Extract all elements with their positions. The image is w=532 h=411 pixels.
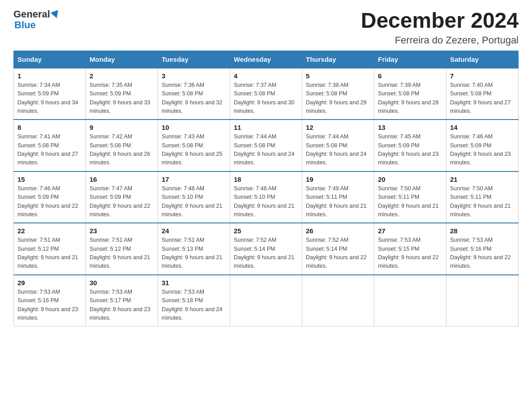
calendar-cell: 19 Sunrise: 7:49 AMSunset: 5:11 PMDaylig… — [302, 171, 374, 223]
day-number: 5 — [306, 72, 370, 80]
day-number: 10 — [162, 124, 226, 131]
day-info: Sunrise: 7:50 AMSunset: 5:11 PMDaylight:… — [450, 185, 511, 218]
col-sunday: Sunday — [14, 51, 86, 68]
day-number: 7 — [450, 72, 515, 80]
calendar-week-row: 15 Sunrise: 7:46 AMSunset: 5:09 PMDaylig… — [14, 171, 519, 223]
day-number: 15 — [17, 176, 82, 183]
calendar-cell: 26 Sunrise: 7:52 AMSunset: 5:14 PMDaylig… — [302, 223, 374, 275]
day-number: 24 — [162, 227, 226, 235]
calendar-header-row: Sunday Monday Tuesday Wednesday Thursday… — [14, 51, 519, 68]
page-header: General Blue December 2024 Ferreira do Z… — [13, 9, 519, 46]
day-info: Sunrise: 7:40 AMSunset: 5:08 PMDaylight:… — [450, 82, 511, 114]
day-info: Sunrise: 7:44 AMSunset: 5:08 PMDaylight:… — [234, 133, 295, 166]
title-block: December 2024 Ferreira do Zezere, Portug… — [361, 9, 519, 46]
day-info: Sunrise: 7:39 AMSunset: 5:08 PMDaylight:… — [378, 82, 439, 114]
calendar-cell — [446, 275, 519, 326]
day-info: Sunrise: 7:46 AMSunset: 5:09 PMDaylight:… — [17, 185, 78, 218]
calendar-cell: 4 Sunrise: 7:37 AMSunset: 5:08 PMDayligh… — [230, 68, 302, 120]
day-number: 20 — [378, 176, 442, 183]
day-info: Sunrise: 7:36 AMSunset: 5:08 PMDaylight:… — [162, 82, 223, 114]
day-number: 11 — [234, 124, 298, 131]
calendar-cell: 15 Sunrise: 7:46 AMSunset: 5:09 PMDaylig… — [14, 171, 86, 223]
day-info: Sunrise: 7:34 AMSunset: 5:09 PMDaylight:… — [17, 82, 78, 114]
day-number: 21 — [450, 176, 515, 183]
calendar-cell — [374, 275, 446, 326]
day-number: 28 — [450, 227, 515, 235]
calendar-cell — [302, 275, 374, 326]
day-info: Sunrise: 7:51 AMSunset: 5:12 PMDaylight:… — [17, 237, 78, 269]
day-number: 26 — [306, 227, 370, 235]
col-tuesday: Tuesday — [158, 51, 230, 68]
day-number: 9 — [90, 124, 154, 131]
day-number: 22 — [17, 227, 82, 235]
day-number: 16 — [90, 176, 154, 183]
day-number: 18 — [234, 176, 298, 183]
calendar-cell: 29 Sunrise: 7:53 AMSunset: 5:16 PMDaylig… — [14, 275, 86, 326]
calendar-cell: 20 Sunrise: 7:50 AMSunset: 5:11 PMDaylig… — [374, 171, 446, 223]
day-info: Sunrise: 7:35 AMSunset: 5:09 PMDaylight:… — [90, 82, 150, 114]
day-info: Sunrise: 7:53 AMSunset: 5:18 PMDaylight:… — [162, 289, 223, 321]
calendar-cell: 10 Sunrise: 7:43 AMSunset: 5:08 PMDaylig… — [158, 120, 230, 171]
calendar-cell: 6 Sunrise: 7:39 AMSunset: 5:08 PMDayligh… — [374, 68, 446, 120]
day-info: Sunrise: 7:50 AMSunset: 5:11 PMDaylight:… — [378, 185, 439, 218]
day-info: Sunrise: 7:53 AMSunset: 5:16 PMDaylight:… — [450, 237, 511, 269]
day-info: Sunrise: 7:43 AMSunset: 5:08 PMDaylight:… — [162, 133, 223, 166]
col-thursday: Thursday — [302, 51, 374, 68]
day-number: 13 — [378, 124, 442, 131]
day-info: Sunrise: 7:49 AMSunset: 5:11 PMDaylight:… — [306, 185, 367, 218]
calendar-cell: 3 Sunrise: 7:36 AMSunset: 5:08 PMDayligh… — [158, 68, 230, 120]
day-number: 25 — [234, 227, 298, 235]
day-info: Sunrise: 7:53 AMSunset: 5:16 PMDaylight:… — [17, 289, 78, 321]
calendar-title: December 2024 — [361, 9, 519, 33]
calendar-cell: 8 Sunrise: 7:41 AMSunset: 5:08 PMDayligh… — [14, 120, 86, 171]
logo: General Blue — [13, 9, 60, 30]
day-info: Sunrise: 7:48 AMSunset: 5:10 PMDaylight:… — [162, 185, 223, 218]
col-friday: Friday — [374, 51, 446, 68]
day-number: 1 — [17, 72, 82, 80]
calendar-week-row: 22 Sunrise: 7:51 AMSunset: 5:12 PMDaylig… — [14, 223, 519, 275]
day-number: 29 — [17, 279, 82, 287]
day-info: Sunrise: 7:53 AMSunset: 5:15 PMDaylight:… — [378, 237, 439, 269]
day-number: 19 — [306, 176, 370, 183]
day-info: Sunrise: 7:46 AMSunset: 5:09 PMDaylight:… — [450, 133, 511, 166]
day-number: 14 — [450, 124, 515, 131]
day-info: Sunrise: 7:51 AMSunset: 5:13 PMDaylight:… — [162, 237, 223, 269]
day-info: Sunrise: 7:53 AMSunset: 5:17 PMDaylight:… — [90, 289, 150, 321]
calendar-cell: 31 Sunrise: 7:53 AMSunset: 5:18 PMDaylig… — [158, 275, 230, 326]
calendar-week-row: 29 Sunrise: 7:53 AMSunset: 5:16 PMDaylig… — [14, 275, 519, 326]
calendar-cell: 11 Sunrise: 7:44 AMSunset: 5:08 PMDaylig… — [230, 120, 302, 171]
calendar-cell: 9 Sunrise: 7:42 AMSunset: 5:08 PMDayligh… — [86, 120, 158, 171]
day-number: 23 — [90, 227, 154, 235]
calendar-table: Sunday Monday Tuesday Wednesday Thursday… — [13, 51, 519, 327]
day-number: 31 — [162, 279, 226, 287]
col-wednesday: Wednesday — [230, 51, 302, 68]
calendar-cell: 16 Sunrise: 7:47 AMSunset: 5:09 PMDaylig… — [86, 171, 158, 223]
day-number: 17 — [162, 176, 226, 183]
calendar-cell: 13 Sunrise: 7:45 AMSunset: 5:09 PMDaylig… — [374, 120, 446, 171]
day-number: 4 — [234, 72, 298, 80]
calendar-cell: 1 Sunrise: 7:34 AMSunset: 5:09 PMDayligh… — [14, 68, 86, 120]
col-saturday: Saturday — [446, 51, 519, 68]
calendar-cell: 30 Sunrise: 7:53 AMSunset: 5:17 PMDaylig… — [86, 275, 158, 326]
calendar-cell: 7 Sunrise: 7:40 AMSunset: 5:08 PMDayligh… — [446, 68, 519, 120]
day-info: Sunrise: 7:52 AMSunset: 5:14 PMDaylight:… — [234, 237, 295, 269]
calendar-cell: 14 Sunrise: 7:46 AMSunset: 5:09 PMDaylig… — [446, 120, 519, 171]
calendar-cell: 18 Sunrise: 7:48 AMSunset: 5:10 PMDaylig… — [230, 171, 302, 223]
day-info: Sunrise: 7:48 AMSunset: 5:10 PMDaylight:… — [234, 185, 295, 218]
day-info: Sunrise: 7:51 AMSunset: 5:12 PMDaylight:… — [90, 237, 150, 269]
calendar-cell: 22 Sunrise: 7:51 AMSunset: 5:12 PMDaylig… — [14, 223, 86, 275]
calendar-cell: 17 Sunrise: 7:48 AMSunset: 5:10 PMDaylig… — [158, 171, 230, 223]
calendar-cell: 23 Sunrise: 7:51 AMSunset: 5:12 PMDaylig… — [86, 223, 158, 275]
day-info: Sunrise: 7:41 AMSunset: 5:08 PMDaylight:… — [17, 133, 78, 166]
logo-text: General — [13, 9, 60, 20]
calendar-cell: 21 Sunrise: 7:50 AMSunset: 5:11 PMDaylig… — [446, 171, 519, 223]
day-info: Sunrise: 7:38 AMSunset: 5:08 PMDaylight:… — [306, 82, 367, 114]
calendar-cell: 5 Sunrise: 7:38 AMSunset: 5:08 PMDayligh… — [302, 68, 374, 120]
calendar-week-row: 1 Sunrise: 7:34 AMSunset: 5:09 PMDayligh… — [14, 68, 519, 120]
calendar-cell: 24 Sunrise: 7:51 AMSunset: 5:13 PMDaylig… — [158, 223, 230, 275]
day-number: 27 — [378, 227, 442, 235]
calendar-cell: 12 Sunrise: 7:44 AMSunset: 5:08 PMDaylig… — [302, 120, 374, 171]
day-number: 12 — [306, 124, 370, 131]
logo-blue-text: Blue — [14, 19, 36, 30]
day-number: 3 — [162, 72, 226, 80]
